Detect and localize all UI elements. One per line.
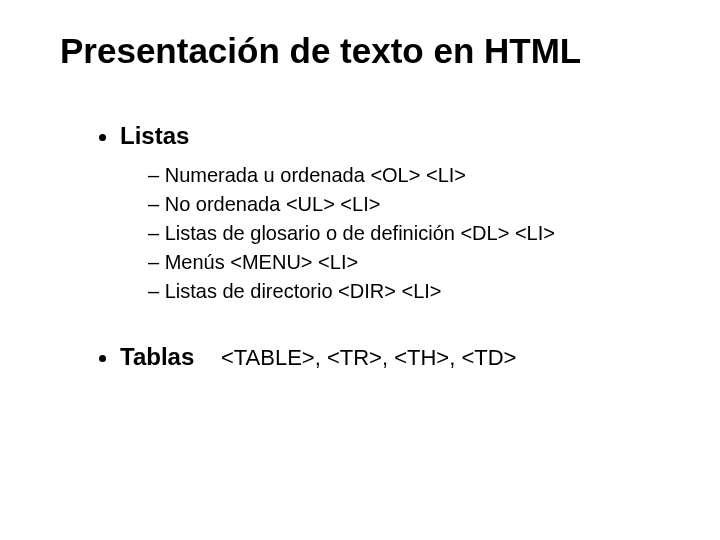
bullet-tablas: Tablas <TABLE>, <TR>, <TH>, <TD> <box>120 343 660 371</box>
list-item: Menús <MENU> <LI> <box>148 251 660 274</box>
list-item-text: Menús <MENU> <LI> <box>165 251 358 273</box>
list-item: Listas de directorio <DIR> <LI> <box>148 280 660 303</box>
list-item: Listas de glosario o de definición <DL> … <box>148 222 660 245</box>
list-item: No ordenada <UL> <LI> <box>148 193 660 216</box>
list-item-text: No ordenada <UL> <LI> <box>165 193 381 215</box>
bullet-tablas-label: Tablas <box>120 343 194 370</box>
list-item-text: Numerada u ordenada <OL> <LI> <box>165 164 466 186</box>
bullet-tablas-tags: <TABLE>, <TR>, <TH>, <TD> <box>221 345 517 370</box>
list-item-text: Listas de glosario o de definición <DL> … <box>165 222 555 244</box>
bullet-list: Listas Numerada u ordenada <OL> <LI> No … <box>90 122 660 371</box>
slide-title: Presentación de texto en HTML <box>60 30 660 72</box>
bullet-listas: Listas Numerada u ordenada <OL> <LI> No … <box>120 122 660 303</box>
bullet-listas-label: Listas <box>120 122 189 149</box>
list-item: Numerada u ordenada <OL> <LI> <box>148 164 660 187</box>
slide: Presentación de texto en HTML Listas Num… <box>0 0 720 540</box>
list-item-text: Listas de directorio <DIR> <LI> <box>165 280 442 302</box>
listas-sublist: Numerada u ordenada <OL> <LI> No ordenad… <box>120 164 660 303</box>
